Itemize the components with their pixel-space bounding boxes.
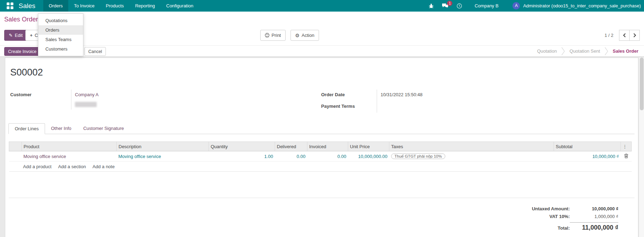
vertical-scrollbar[interactable] [639, 58, 644, 237]
cell-subtotal: 10,000,000 ₫ [554, 151, 621, 162]
systray: 1 Company B A Administrator (odoo15_to_i… [425, 0, 644, 12]
total-value: 11,000,000 ₫ [570, 222, 618, 231]
pager-next-button[interactable] [629, 30, 640, 41]
edit-button[interactable]: ✎ Edit [4, 30, 27, 41]
totals-separator [9, 198, 635, 198]
col-description[interactable]: Description [117, 142, 209, 151]
chevron-right-icon [633, 33, 636, 38]
order-lines-table: Product Description Quantity Delivered I… [9, 141, 632, 172]
dropdown-item-sales-teams[interactable]: Sales Teams [38, 35, 83, 44]
form-view-area: S00002 Customer Company A Order [0, 57, 644, 237]
scrollbar-thumb[interactable] [640, 58, 644, 110]
customer-link[interactable]: Company A [75, 92, 98, 97]
menu-products[interactable]: Products [100, 0, 129, 12]
table-row[interactable]: Moving office service Moving office serv… [9, 151, 632, 162]
cell-description[interactable]: Moving office service [117, 151, 209, 162]
status-step-quotation-sent[interactable]: Quotation Sent [569, 48, 600, 54]
record-name: S00002 [10, 67, 43, 78]
form-sheet: S00002 Customer Company A Order [5, 58, 638, 237]
table-header-row: Product Description Quantity Delivered I… [9, 142, 632, 151]
pencil-icon: ✎ [9, 33, 13, 38]
cancel-button[interactable]: Cancel [84, 47, 106, 56]
order-date-label: Order Date [321, 90, 377, 101]
company-switcher[interactable]: Company B [466, 3, 507, 8]
apps-grid-icon[interactable] [7, 2, 13, 9]
status-pipeline: Quotation Quotation Sent Sales Order [537, 46, 638, 57]
add-a-section-link[interactable]: Add a section [58, 164, 86, 169]
debug-bug-icon[interactable] [425, 0, 438, 12]
col-product[interactable]: Product [22, 142, 117, 151]
trash-icon [624, 153, 629, 158]
user-avatar[interactable]: A [512, 2, 520, 9]
col-taxes[interactable]: Taxes [389, 142, 554, 151]
pager-count: 1 / 2 [605, 33, 613, 38]
tab-customer-signature[interactable]: Customer Signature [77, 123, 130, 134]
apps-grid-square [11, 6, 13, 9]
menu-to-invoice[interactable]: To Invoice [68, 0, 100, 12]
payment-terms-label: Payment Terms [321, 101, 377, 113]
menu-orders[interactable]: Orders [43, 0, 69, 12]
optional-columns-icon[interactable]: ⋮ [621, 142, 632, 151]
col-invoiced[interactable]: Invoiced [307, 142, 348, 151]
total-row: Total: 11,000,000 ₫ [532, 222, 618, 231]
vat-row: VAT 10%: 1,000,000 ₫ [532, 214, 618, 219]
user-menu[interactable]: Administrator (odoo15_to_inter_company_s… [520, 3, 644, 8]
cell-invoiced[interactable]: 0.00 [307, 151, 348, 162]
breadcrumb[interactable]: Sales Orders [4, 16, 41, 23]
order-totals: Untaxed Amount: 10,000,000 ₫ VAT 10%: 1,… [532, 206, 618, 234]
order-date-value[interactable]: 10/31/2022 15:50:48 [377, 90, 567, 101]
delete-row-button[interactable] [621, 151, 632, 162]
tab-other-info[interactable]: Other Info [45, 123, 77, 134]
gear-icon: ⚙ [295, 33, 300, 38]
apps-grid-square [7, 6, 9, 9]
untaxed-amount-label: Untaxed Amount: [532, 206, 570, 211]
clock-icon [457, 3, 462, 9]
app-menu: Orders To Invoice Products Reporting Con… [43, 0, 199, 12]
cell-quantity[interactable]: 1.00 [209, 151, 275, 162]
status-step-quotation[interactable]: Quotation [537, 48, 557, 54]
payment-terms-value[interactable] [377, 101, 567, 113]
create-invoice-button[interactable]: Create Invoice [4, 47, 40, 56]
col-delivered[interactable]: Delivered [275, 142, 307, 151]
col-quantity[interactable]: Quantity [209, 142, 275, 151]
notebook-tabs: Order Lines Other Info Customer Signatur… [8, 123, 635, 134]
total-label: Total: [558, 225, 570, 231]
customer-field-row: Customer Company A [10, 90, 274, 101]
dropdown-item-quotations[interactable]: Quotations [38, 16, 83, 25]
menu-reporting[interactable]: Reporting [129, 0, 160, 12]
col-unit-price[interactable]: Unit Price [348, 142, 389, 151]
plus-icon: + [30, 33, 33, 38]
untaxed-amount-value: 10,000,000 ₫ [570, 206, 618, 211]
row-handle-cell[interactable] [9, 151, 22, 162]
status-step-sales-order[interactable]: Sales Order [613, 48, 638, 54]
odoo-sales-app-window: Sales Orders To Invoice Products Reporti… [0, 0, 644, 237]
cell-unit-price[interactable]: 10,000,000.00 [348, 151, 389, 162]
cell-product-link[interactable]: Moving office service [24, 154, 66, 159]
row-handle-header [9, 142, 22, 151]
menu-configuration[interactable]: Configuration [161, 0, 199, 12]
print-button-label: Print [272, 33, 281, 38]
app-name[interactable]: Sales [19, 2, 36, 10]
untaxed-amount-row: Untaxed Amount: 10,000,000 ₫ [532, 206, 618, 211]
message-count-badge: 1 [447, 1, 452, 6]
col-subtotal[interactable]: Subtotal [554, 142, 621, 151]
action-button[interactable]: ⚙ Action [291, 30, 319, 41]
print-button[interactable]: Print [260, 30, 286, 41]
list-footer-links-cell: Add a product Add a section Add a note [9, 162, 632, 172]
redacted-customer-detail [75, 102, 97, 107]
pager-previous-button[interactable] [619, 30, 630, 41]
dropdown-item-orders[interactable]: Orders [38, 25, 83, 35]
edit-button-label: Edit [15, 33, 23, 38]
activities-clock-icon[interactable] [453, 0, 466, 12]
add-a-note-link[interactable]: Add a note [93, 164, 115, 169]
dropdown-item-customers[interactable]: Customers [38, 44, 83, 54]
record-pager: 1 / 2 [605, 30, 640, 41]
tab-order-lines[interactable]: Order Lines [8, 123, 45, 134]
cell-delivered[interactable]: 0.00 [275, 151, 307, 162]
control-panel-buttons: ✎ Edit + Create Print ⚙ Action 1 / 2 [4, 30, 640, 41]
messages-icon-button[interactable]: 1 [438, 0, 453, 12]
tax-tag[interactable]: Thuế GTGT phải nộp 10% [391, 153, 446, 159]
order-info-field-group: Order Date 10/31/2022 15:50:48 Payment T… [321, 90, 567, 113]
add-a-product-link[interactable]: Add a product [23, 164, 52, 169]
bug-icon [428, 3, 434, 9]
